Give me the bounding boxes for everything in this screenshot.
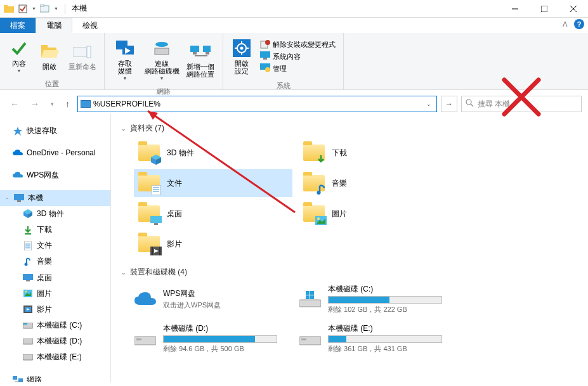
sidebar-videos[interactable]: 影片 [0, 302, 110, 318]
go-button[interactable]: → [441, 96, 457, 112]
sidebar-documents[interactable]: 文件 [0, 238, 110, 254]
drive-wps[interactable]: WPS网盘 双击进入WPS网盘 [134, 284, 292, 314]
svg-rect-10 [41, 45, 48, 48]
sidebar-thispc[interactable]: ⌄ 本機 [0, 190, 110, 206]
folder-desktop[interactable]: 桌面 [134, 200, 292, 228]
drive-e[interactable]: 本機磁碟 (E:) 剩餘 361 GB，共 431 GB [299, 323, 457, 354]
history-dropdown[interactable]: ▾ [47, 101, 58, 107]
properties-button[interactable]: 內容 ▼ [4, 35, 34, 75]
svg-rect-74 [150, 216, 162, 223]
svg-rect-60 [23, 323, 27, 325]
desktop-icon [150, 215, 162, 226]
nav-row: ← → ▾ ↑ ⌄ → 搜尋 本機 [0, 94, 588, 114]
svg-point-32 [265, 40, 270, 45]
svg-rect-13 [87, 46, 91, 58]
tab-view[interactable]: 檢視 [72, 18, 108, 33]
uninstall-icon [260, 39, 270, 49]
ribbon: 內容 ▼ 開啟 重新命名 位置 存取 媒體 ▼ 連線 網路磁碟機 [0, 33, 588, 90]
uninstall-programs-button[interactable]: 解除安裝或變更程式 [260, 39, 336, 49]
manage-button[interactable]: 管理 [260, 63, 336, 74]
sidebar[interactable]: 快速存取 OneDrive - Personal WPS网盘 ⌄ 本機 3D 物… [0, 114, 111, 382]
sidebar-disk-c[interactable]: 本機磁碟 (C:) [0, 318, 110, 333]
map-drive-button[interactable]: 連線 網路磁碟機 ▼ [141, 35, 182, 83]
sidebar-3dobjects[interactable]: 3D 物件 [0, 206, 110, 222]
new-folder-icon[interactable] [40, 4, 50, 14]
svg-rect-1 [4, 5, 8, 7]
sidebar-disk-d[interactable]: 本機磁碟 (D:) [0, 333, 110, 349]
back-button[interactable]: ← [6, 99, 23, 109]
address-input[interactable] [93, 100, 424, 108]
video-icon [23, 304, 33, 314]
tab-file[interactable]: 檔案 [0, 18, 36, 33]
access-media-button[interactable]: 存取 媒體 ▼ [108, 35, 141, 83]
maximize-button[interactable] [530, 0, 559, 18]
ribbon-group-system: 開啟 設定 解除安裝或變更程式 系統內容 管理 系統 [223, 33, 344, 89]
sidebar-onedrive[interactable]: OneDrive - Personal [0, 145, 110, 161]
tab-computer[interactable]: 電腦 [36, 18, 72, 33]
folder-open-icon [39, 41, 60, 61]
system-properties-button[interactable]: 系統內容 [260, 51, 336, 61]
close-button[interactable] [559, 0, 588, 18]
ribbon-group-location: 內容 ▼ 開啟 重新命名 位置 [0, 33, 105, 89]
drives-header[interactable]: ⌄ 裝置和磁碟機 (4) [121, 264, 578, 280]
picture-icon [23, 288, 33, 299]
qat-dropdown-icon[interactable]: ▼ [32, 6, 36, 11]
open-button[interactable]: 開啟 [34, 39, 65, 73]
address-bar[interactable]: ⌄ [77, 96, 437, 112]
drive-icon [23, 321, 33, 331]
drive-usage-bar [328, 296, 442, 304]
ribbon-group-network: 存取 媒體 ▼ 連線 網路磁碟機 ▼ 新增一個 網路位置 網路 [105, 33, 223, 89]
sidebar-quick-access[interactable]: 快速存取 [0, 123, 110, 139]
svg-point-73 [317, 191, 321, 195]
svg-rect-34 [263, 58, 267, 60]
chevron-down-icon[interactable]: ⌄ [5, 194, 10, 202]
svg-point-37 [466, 100, 471, 105]
svg-rect-88 [134, 337, 156, 345]
address-dropdown-icon[interactable]: ⌄ [424, 101, 434, 107]
folder-documents[interactable]: 文件 [134, 169, 292, 197]
qat-dropdown2-icon[interactable]: ▼ [54, 6, 58, 11]
svg-rect-91 [301, 338, 306, 340]
folder-downloads[interactable]: 下載 [299, 139, 457, 167]
help-icon[interactable]: ? [574, 19, 584, 29]
svg-rect-87 [310, 295, 314, 299]
sidebar-network[interactable]: 網路 [0, 372, 110, 382]
cloud-wps-icon [13, 170, 23, 181]
picture-icon [315, 215, 327, 226]
drive-c[interactable]: 本機磁碟 (C:) 剩餘 102 GB，共 222 GB [299, 284, 457, 314]
svg-rect-17 [155, 48, 169, 55]
minimize-button[interactable] [500, 0, 530, 18]
cloud-icon [13, 148, 23, 158]
sidebar-downloads[interactable]: 下載 [0, 222, 110, 238]
add-network-location-button[interactable]: 新增一個 網路位置 [182, 39, 219, 80]
svg-rect-75 [154, 223, 158, 225]
drive-icon [23, 352, 33, 363]
sidebar-pictures[interactable]: 圖片 [0, 286, 110, 302]
up-button[interactable]: ↑ [62, 99, 74, 109]
content-pane[interactable]: ⌄ 資料夾 (7) 3D 物件 下載 文件 音樂 桌面 [111, 114, 588, 382]
search-box[interactable]: 搜尋 本機 [461, 96, 582, 112]
collapse-ribbon-icon[interactable]: ᐱ [563, 20, 568, 29]
properties-icon[interactable] [18, 4, 28, 14]
drive-d[interactable]: 本機磁碟 (D:) 剩餘 94.6 GB，共 500 GB [134, 323, 292, 354]
sidebar-wps[interactable]: WPS网盘 [0, 167, 110, 183]
svg-rect-41 [17, 200, 21, 202]
folder-videos[interactable]: 影片 [134, 230, 292, 258]
svg-rect-84 [306, 291, 310, 295]
document-icon [150, 184, 162, 196]
sidebar-desktop[interactable]: 桌面 [0, 270, 110, 286]
rename-button[interactable]: 重新命名 [65, 39, 100, 73]
open-settings-button[interactable]: 開啟 設定 [227, 35, 256, 77]
forward-button[interactable]: → [27, 99, 43, 109]
svg-rect-33 [260, 51, 270, 58]
folder-music[interactable]: 音樂 [299, 169, 457, 197]
sidebar-disk-e[interactable]: 本機磁碟 (E:) [0, 349, 110, 365]
sidebar-music[interactable]: 音樂 [0, 254, 110, 269]
svg-point-18 [155, 42, 168, 47]
gear-icon [232, 38, 252, 58]
folder-pictures[interactable]: 圖片 [299, 200, 457, 228]
folder-3dobjects[interactable]: 3D 物件 [134, 139, 292, 167]
rename-icon [72, 41, 93, 61]
svg-rect-52 [26, 280, 30, 281]
folders-header[interactable]: ⌄ 資料夾 (7) [121, 120, 578, 136]
